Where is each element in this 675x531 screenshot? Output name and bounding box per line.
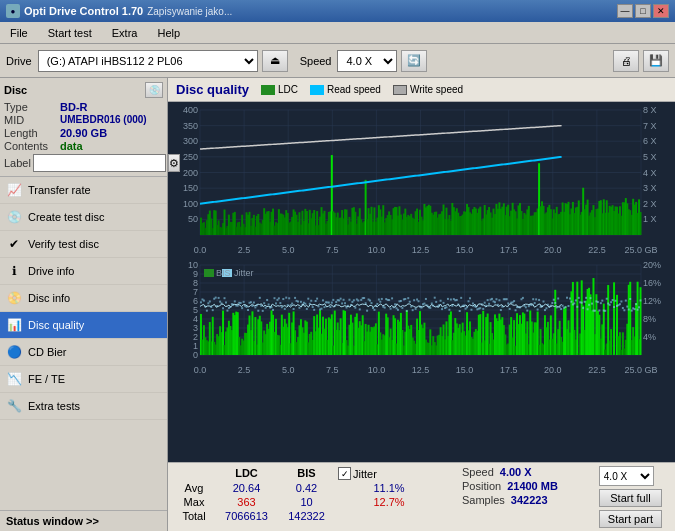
start-part-button[interactable]: Start part [599,510,662,528]
nav-drive-info[interactable]: ℹ Drive info [0,258,167,285]
position-key: Position [462,480,501,492]
col-ldc: LDC [214,466,279,481]
samples-row: Samples 342223 [462,494,581,506]
disc-length-label: Length [4,127,60,139]
charts-container [168,102,675,462]
samples-key: Samples [462,494,505,506]
disc-length-val: 20.90 GB [60,127,107,139]
jitter-check: ✓ Jitter [338,467,440,480]
speed-select[interactable]: 4.0 X 8.0 X Max [337,50,397,72]
disc-label-input[interactable] [33,154,166,172]
drive-info-icon: ℹ [6,263,22,279]
drive-label: Drive [6,55,32,67]
disc-label-label: Label [4,157,31,169]
max-bis: 10 [279,495,334,509]
col-bis: BIS [279,466,334,481]
menu-file[interactable]: File [4,25,34,41]
maximize-button[interactable]: □ [635,4,651,18]
start-full-button[interactable]: Start full [599,489,662,507]
status-window-header[interactable]: Status window >> [0,510,167,531]
create-test-disc-icon: 💿 [6,209,22,225]
nav-fe-te[interactable]: 📉 FE / TE [0,366,167,393]
app-body: Disc 💿 Type BD-R MID UMEBDR016 (000) Len… [0,78,675,531]
nav-transfer-rate-label: Transfer rate [28,184,91,196]
app-icon: ● [6,4,20,18]
nav-fe-te-label: FE / TE [28,373,65,385]
chart-title: Disc quality [176,82,249,97]
jitter-checkbox-cell: ✓ Jitter [334,466,444,481]
refresh-button[interactable]: 🔄 [401,50,427,72]
content-area: Disc quality LDC Read speed Write speed [168,78,675,531]
legend-read-speed-color [310,85,324,95]
chart-header: Disc quality LDC Read speed Write speed [168,78,675,102]
avg-bis: 0.42 [279,481,334,495]
nav-create-test-disc-label: Create test disc [28,211,104,223]
nav-cd-bier[interactable]: 🔵 CD Bier [0,339,167,366]
speed-row: Speed 4.00 X [462,466,581,478]
disc-title: Disc [4,84,27,96]
disc-type-label: Type [4,101,60,113]
legend-read-speed: Read speed [310,84,381,95]
menu-extra[interactable]: Extra [106,25,144,41]
nav-drive-info-label: Drive info [28,265,74,277]
action-speed-select[interactable]: 4.0 X 8.0 X Max [599,466,654,486]
nav-extra-tests[interactable]: 🔧 Extra tests [0,393,167,420]
legend-write-speed: Write speed [393,84,463,95]
extra-tests-icon: 🔧 [6,398,22,414]
disc-quality-icon: 📊 [6,317,22,333]
nav-disc-info[interactable]: 📀 Disc info [0,285,167,312]
jitter-label: Jitter [353,468,377,480]
menu-help[interactable]: Help [151,25,186,41]
legend-write-speed-color [393,85,407,95]
menu-start-test[interactable]: Start test [42,25,98,41]
legend-write-speed-label: Write speed [410,84,463,95]
disc-contents-val: data [60,140,83,152]
drive-select[interactable]: (G:) ATAPI iHBS112 2 PL06 [38,50,258,72]
nav-disc-quality[interactable]: 📊 Disc quality [0,312,167,339]
disc-panel: Disc 💿 Type BD-R MID UMEBDR016 (000) Len… [0,78,167,177]
total-ldc: 7066613 [214,509,279,523]
disc-mid-label: MID [4,114,60,126]
nav-verify-test-disc[interactable]: ✔ Verify test disc [0,231,167,258]
legend-read-speed-label: Read speed [327,84,381,95]
top-chart [168,102,675,257]
total-jitter [334,509,444,523]
disc-type-val: BD-R [60,101,88,113]
minimize-button[interactable]: — [617,4,633,18]
nav-cd-bier-label: CD Bier [28,346,67,358]
legend-ldc-label: LDC [278,84,298,95]
max-ldc: 363 [214,495,279,509]
legend-ldc: LDC [261,84,298,95]
bottom-chart [168,257,675,377]
avg-ldc: 20.64 [214,481,279,495]
disc-icon-btn[interactable]: 💿 [145,82,163,98]
total-label: Total [174,509,214,523]
app-subtitle: Zapisywanie jako... [147,6,232,17]
print-button[interactable]: 🖨 [613,50,639,72]
close-button[interactable]: ✕ [653,4,669,18]
eject-button[interactable]: ⏏ [262,50,288,72]
legend-ldc-color [261,85,275,95]
avg-jitter: 11.1% [334,481,444,495]
nav-disc-quality-label: Disc quality [28,319,84,331]
max-label: Max [174,495,214,509]
speed-key: Speed [462,466,494,478]
action-buttons: 4.0 X 8.0 X Max Start full Start part [599,466,662,528]
app-title: Opti Drive Control 1.70 [24,5,143,17]
nav-section: 📈 Transfer rate 💿 Create test disc ✔ Ver… [0,177,167,510]
nav-transfer-rate[interactable]: 📈 Transfer rate [0,177,167,204]
nav-extra-tests-label: Extra tests [28,400,80,412]
verify-test-disc-icon: ✔ [6,236,22,252]
menu-bar: File Start test Extra Help [0,22,675,44]
fe-te-icon: 📉 [6,371,22,387]
total-bis: 142322 [279,509,334,523]
transfer-rate-icon: 📈 [6,182,22,198]
position-val: 21400 MB [507,480,577,492]
disc-info-icon: 📀 [6,290,22,306]
avg-label: Avg [174,481,214,495]
nav-create-test-disc[interactable]: 💿 Create test disc [0,204,167,231]
speed-info: Speed 4.00 X Position 21400 MB Samples 3… [462,466,581,506]
save-button[interactable]: 💾 [643,50,669,72]
jitter-checkbox[interactable]: ✓ [338,467,351,480]
label-settings-button[interactable]: ⚙ [168,154,180,172]
